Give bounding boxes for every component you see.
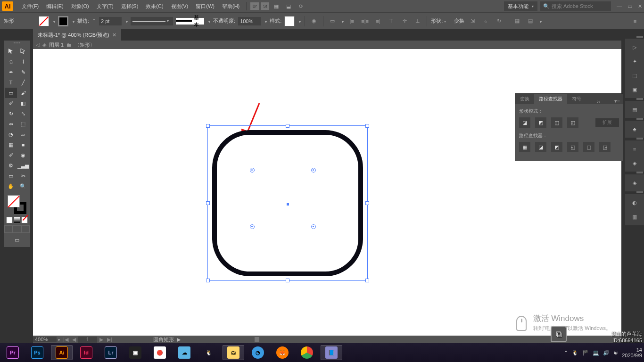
draw-normal-icon[interactable] (4, 225, 13, 233)
css-icon[interactable]: ✦ (629, 56, 640, 67)
workspace-switcher[interactable]: 基本功能 (504, 1, 537, 11)
tray-expand-icon[interactable]: ⌃ (564, 350, 568, 356)
document-tab[interactable]: 未标题-1* @ 400% (RGB/预览) ✕ (33, 29, 121, 41)
stroke-dropdown-icon[interactable] (71, 18, 74, 24)
align-doc-icon[interactable]: ▭ (327, 16, 338, 26)
taskbar-lightroom[interactable]: Lr (100, 345, 122, 360)
h-scrollbar-thumb[interactable] (255, 337, 259, 342)
menu-help[interactable]: 帮助(H) (218, 3, 243, 10)
eraser-tool[interactable]: ◧ (17, 98, 29, 108)
align-top-icon[interactable]: ⊤ (386, 16, 396, 26)
taskbar-notes[interactable]: 📘 (321, 345, 342, 360)
tray-volume-icon[interactable]: 🔊 (603, 350, 610, 356)
panel-menu-icon[interactable]: ▾≡ (611, 98, 623, 104)
transform-w-icon[interactable]: ⇲ (467, 16, 478, 26)
menu-object[interactable]: 对象(O) (67, 3, 93, 10)
mesh-tool[interactable]: ▦ (5, 140, 17, 150)
brush-dropdown-icon[interactable] (207, 18, 210, 24)
layers-icon[interactable]: ▣ (629, 84, 640, 95)
menu-file[interactable]: 文件(F) (18, 3, 42, 10)
screen-mode-icon[interactable]: ▭ (11, 235, 23, 245)
zoom-dropdown-icon[interactable] (57, 337, 60, 342)
center-point[interactable] (287, 203, 289, 206)
minus-back-icon[interactable]: ◲ (599, 142, 611, 152)
breadcrumb-back-icon[interactable]: ◁ (36, 42, 40, 48)
line-tool[interactable]: ╱ (17, 77, 29, 88)
fill-stroke-indicator[interactable] (8, 195, 26, 214)
type-tool[interactable]: T (5, 77, 17, 88)
properties-icon[interactable]: ▷ (629, 41, 640, 53)
fill-dropdown-icon[interactable] (52, 18, 55, 24)
align-right-icon[interactable]: ≡| (373, 16, 383, 26)
paintbrush-tool[interactable]: 🖌 (17, 88, 29, 98)
menu-view[interactable]: 视图(V) (167, 3, 192, 10)
outline-icon[interactable]: ▢ (583, 142, 594, 152)
menu-window[interactable]: 窗口(W) (192, 3, 218, 10)
panel-menu-icon[interactable]: ≡ (630, 16, 640, 26)
handle-bot-right[interactable] (365, 279, 369, 282)
gradient-tool[interactable]: ■ (17, 140, 29, 150)
tab-close-icon[interactable]: ✕ (112, 32, 116, 38)
nav-last-icon[interactable]: ▶| (106, 337, 114, 343)
draw-inside-icon[interactable] (21, 225, 30, 233)
menu-type[interactable]: 文字(T) (93, 3, 117, 10)
recolor-icon[interactable]: ◉ (309, 16, 319, 26)
menu-effect[interactable]: 效果(C) (142, 3, 167, 10)
opacity-input[interactable] (238, 17, 261, 25)
transform-h-icon[interactable]: ⟐ (480, 16, 491, 26)
align-doc-dropdown-icon[interactable] (340, 18, 344, 24)
tray-clock[interactable]: 14 2020/9/9 (622, 347, 642, 358)
blend-tool[interactable]: ◉ (17, 150, 29, 160)
handle-top-left[interactable] (206, 124, 210, 128)
tray-ime-icon[interactable]: ☯ (613, 350, 618, 356)
artboards-icon[interactable]: ⬚ (629, 70, 640, 81)
zoom-level[interactable]: 400% (33, 337, 57, 342)
taskbar-explorer[interactable]: 🗂 (223, 345, 244, 360)
brush-definition[interactable]: 基本 (176, 18, 204, 25)
color-mode-icon[interactable] (6, 217, 13, 223)
draw-behind-icon[interactable] (13, 225, 21, 233)
extra-dropdown-icon[interactable] (538, 18, 542, 24)
direct-selection-tool[interactable] (17, 46, 29, 57)
align-hcenter-icon[interactable]: ≡|≡ (360, 16, 370, 26)
taskbar-app1[interactable]: 🔴 (149, 345, 171, 360)
gradient-mode-icon[interactable] (14, 217, 20, 223)
trim-icon[interactable]: ◪ (535, 142, 546, 152)
nav-next-icon[interactable]: ▶ (98, 337, 105, 343)
shape-dropdown[interactable]: 形状: (431, 17, 446, 25)
nav-first-icon[interactable]: |◀ (62, 337, 70, 343)
fill-color[interactable] (8, 195, 20, 207)
align-vcenter-icon[interactable]: ✛ (399, 16, 410, 26)
stroke-link-icon[interactable]: ⌃ (92, 18, 96, 24)
status-arrow-icon[interactable]: ▶ (177, 337, 181, 343)
gpu-icon[interactable]: ⬓ (283, 2, 294, 10)
layers-panel-icon[interactable]: ◈ (629, 177, 640, 189)
panel-tab-pathfinder[interactable]: 路径查找器 (534, 94, 567, 104)
zoom-tool[interactable]: 🔍 (17, 181, 29, 191)
free-transform-tool[interactable]: ⬚ (17, 119, 29, 129)
stroke-swatch[interactable] (58, 16, 68, 26)
arrange-docs-icon[interactable]: ▦ (271, 2, 281, 10)
stroke-weight-dropdown-icon[interactable] (124, 18, 128, 24)
bridge-icon[interactable]: Br (250, 2, 259, 10)
panel-collapse-icon[interactable]: ›› (594, 99, 603, 104)
search-stock-input[interactable]: 🔍 搜索 Adobe Stock (540, 1, 611, 11)
corner-widget-bl[interactable] (250, 224, 255, 229)
shaper-tool[interactable]: ✐ (5, 98, 17, 108)
handle-mid-right[interactable] (365, 201, 369, 205)
rectangle-tool[interactable]: ▭ (5, 88, 17, 98)
corner-widget-br[interactable] (311, 224, 316, 229)
panel-tab-symbols[interactable]: 符号 (567, 94, 586, 104)
selected-shape[interactable] (212, 130, 363, 276)
stroke-panel-icon[interactable]: ≡ (629, 143, 640, 155)
align-bottom-icon[interactable]: ⊥ (413, 16, 423, 26)
taskbar-firefox[interactable]: 🦊 (272, 345, 293, 360)
curvature-tool[interactable]: ✎ (17, 67, 29, 77)
stock-icon[interactable]: St (261, 2, 269, 10)
handle-top-mid[interactable] (286, 124, 289, 128)
minus-front-icon[interactable]: ◩ (535, 117, 546, 128)
transform-label[interactable]: 变换 (454, 17, 464, 25)
taskbar-illustrator[interactable]: Ai (51, 345, 73, 360)
eyedropper-tool[interactable]: ✐ (5, 150, 17, 160)
taskbar-indesign[interactable]: Id (75, 345, 97, 360)
